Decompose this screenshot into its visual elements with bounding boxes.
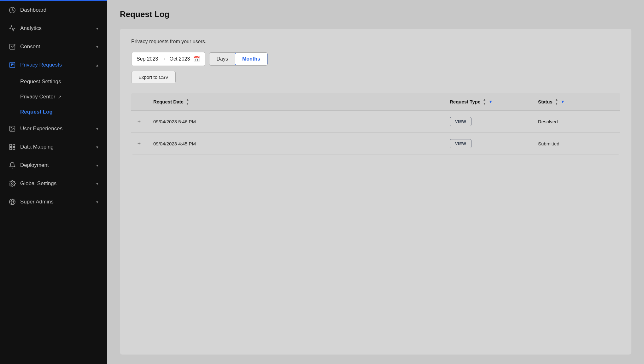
th-request-type-label: Request Type [450, 99, 480, 104]
status-cell: Submitted [532, 135, 620, 153]
sidebar-item-data-mapping[interactable]: Data Mapping ▾ [0, 138, 107, 156]
sort-down-icon: ▼ [186, 102, 189, 105]
chevron-down-icon: ▾ [96, 181, 98, 186]
svg-rect-10 [10, 148, 12, 150]
sidebar-item-global-settings[interactable]: Global Settings ▾ [0, 174, 107, 193]
th-request-date[interactable]: Request Date ▲ ▼ [147, 93, 443, 110]
svg-point-12 [11, 183, 13, 185]
bell-icon [9, 162, 16, 169]
table-header: Request Date ▲ ▼ Request Type ▲ ▼ ▼ Stat… [131, 93, 620, 111]
sidebar-item-dashboard[interactable]: Dashboard [0, 1, 107, 19]
th-status-label: Status [538, 99, 553, 104]
content-card: Privacy requests from your users. Sep 20… [120, 29, 631, 355]
table-row: + 09/04/2023 4:45 PM VIEW Submitted [131, 133, 620, 155]
sidebar-item-label: Super Admins [20, 199, 92, 205]
expand-icon: + [138, 118, 141, 125]
sidebar-item-super-admins[interactable]: Super Admins ▾ [0, 193, 107, 211]
sidebar-item-label: Privacy Requests [20, 62, 92, 68]
sidebar-item-label: Analytics [20, 25, 92, 32]
sub-item-label: Request Settings [20, 79, 61, 85]
privacy-icon [9, 62, 16, 68]
sidebar-sub-item-privacy-center[interactable]: Privacy Center ↗ [0, 89, 107, 104]
consent-icon [9, 43, 16, 50]
date-range-picker[interactable]: Sep 2023 → Oct 2023 📅 [131, 52, 205, 66]
sidebar-item-label: Global Settings [20, 180, 92, 187]
request-log-table: Request Date ▲ ▼ Request Type ▲ ▼ ▼ Stat… [131, 93, 620, 155]
sidebar-item-analytics[interactable]: Analytics ▾ [0, 19, 107, 38]
sort-icons[interactable]: ▲ ▼ [186, 98, 189, 105]
expand-icon: + [138, 140, 141, 147]
days-toggle-button[interactable]: Days [209, 53, 235, 65]
chevron-down-icon: ▾ [96, 126, 98, 131]
chevron-down-icon: ▾ [96, 163, 98, 168]
request-type-cell: VIEW [443, 111, 532, 132]
th-expand [131, 93, 147, 110]
gear-icon [9, 180, 16, 187]
filter-icon[interactable]: ▼ [489, 99, 493, 104]
th-request-date-label: Request Date [153, 99, 184, 104]
image-icon [9, 125, 16, 132]
sidebar-item-label: Consent [20, 44, 92, 50]
sidebar-item-privacy-requests[interactable]: Privacy Requests ▴ [0, 56, 107, 74]
sub-item-label: Request Log [20, 109, 53, 115]
chevron-down-icon: ▾ [96, 200, 98, 204]
sidebar-item-deployment[interactable]: Deployment ▾ [0, 156, 107, 174]
grid-icon [9, 144, 16, 150]
chevron-up-icon: ▴ [96, 63, 98, 68]
expand-button[interactable]: + [131, 134, 147, 153]
view-button[interactable]: VIEW [450, 139, 471, 148]
sidebar-sub-item-request-log[interactable]: Request Log [0, 104, 107, 120]
view-button[interactable]: VIEW [450, 117, 471, 126]
request-type-cell: VIEW [443, 133, 532, 155]
svg-rect-8 [10, 144, 12, 146]
chevron-down-icon: ▾ [96, 26, 98, 31]
sidebar-item-label: Dashboard [20, 7, 98, 13]
sort-icons[interactable]: ▲ ▼ [555, 98, 558, 105]
sidebar-item-consent[interactable]: Consent ▾ [0, 38, 107, 56]
table-row: + 09/04/2023 5:46 PM VIEW Resolved [131, 111, 620, 133]
sidebar: Dashboard Analytics ▾ Consent ▾ [0, 0, 107, 364]
request-date-cell: 09/04/2023 5:46 PM [147, 113, 443, 131]
date-end: Oct 2023 [170, 56, 190, 62]
th-status[interactable]: Status ▲ ▼ ▼ [532, 93, 620, 110]
subtitle: Privacy requests from your users. [131, 39, 620, 44]
external-link-icon: ↗ [58, 94, 61, 99]
sort-down-icon: ▼ [555, 102, 558, 105]
date-arrow: → [161, 56, 167, 62]
page-title: Request Log [120, 9, 631, 19]
sort-down-icon: ▼ [483, 102, 486, 105]
export-csv-button[interactable]: Export to CSV [131, 71, 176, 83]
sort-up-icon: ▲ [555, 98, 558, 101]
sub-item-label: Privacy Center [20, 94, 55, 100]
chevron-down-icon: ▾ [96, 44, 98, 49]
sort-icons[interactable]: ▲ ▼ [483, 98, 486, 105]
view-toggle-group: Days Months [209, 52, 267, 66]
sidebar-item-user-experiences[interactable]: User Experiences ▾ [0, 120, 107, 138]
sidebar-item-label: Data Mapping [20, 144, 92, 150]
sidebar-sub-item-request-settings[interactable]: Request Settings [0, 74, 107, 89]
sort-up-icon: ▲ [483, 98, 486, 101]
sidebar-item-label: User Experiences [20, 126, 92, 132]
dashboard-icon [9, 7, 16, 14]
svg-rect-11 [13, 148, 15, 150]
sort-up-icon: ▲ [186, 98, 189, 101]
request-date-cell: 09/04/2023 4:45 PM [147, 135, 443, 153]
calendar-icon: 📅 [193, 56, 200, 62]
svg-point-7 [11, 127, 12, 128]
expand-button[interactable]: + [131, 112, 147, 131]
date-start: Sep 2023 [137, 56, 158, 62]
svg-rect-9 [13, 144, 15, 146]
months-toggle-button[interactable]: Months [235, 53, 267, 65]
globe-icon [9, 198, 16, 205]
svg-rect-1 [10, 44, 15, 50]
sidebar-item-label: Deployment [20, 162, 92, 168]
analytics-icon [9, 25, 16, 32]
filters-row: Sep 2023 → Oct 2023 📅 Days Months [131, 52, 620, 66]
th-request-type[interactable]: Request Type ▲ ▼ ▼ [443, 93, 532, 110]
filter-icon[interactable]: ▼ [561, 99, 565, 104]
main-content: Request Log Privacy requests from your u… [107, 0, 644, 364]
status-cell: Resolved [532, 113, 620, 131]
chevron-down-icon: ▾ [96, 145, 98, 150]
